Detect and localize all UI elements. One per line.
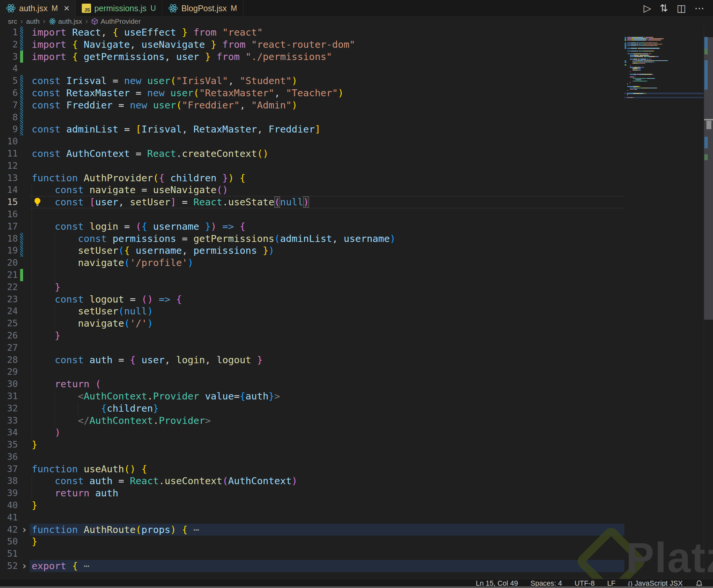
code-line-17[interactable]: 17 const login = ({ username }) => { bbox=[0, 220, 713, 233]
code-line-26[interactable]: 26 } bbox=[0, 330, 713, 342]
line-number[interactable]: 35 bbox=[0, 439, 18, 451]
code-line-3[interactable]: 3import { getPermissions, user } from ".… bbox=[0, 51, 713, 63]
code-line-10[interactable]: 10 bbox=[0, 135, 713, 148]
code-line-19[interactable]: 19 setUser({ username, permissions }) bbox=[0, 245, 713, 257]
code-line-6[interactable]: 6const RetaxMaster = new user("RetaxMast… bbox=[0, 87, 713, 99]
line-number[interactable]: 29 bbox=[0, 366, 18, 378]
line-number[interactable]: 38 bbox=[0, 475, 18, 487]
line-number[interactable]: 50 bbox=[0, 536, 18, 548]
line-number[interactable]: 27 bbox=[0, 342, 18, 354]
line-number[interactable]: 7 bbox=[0, 99, 18, 111]
line-number[interactable]: 28 bbox=[0, 354, 18, 366]
line-number[interactable]: 5 bbox=[0, 75, 18, 87]
code-line-18[interactable]: 18 const permissions = getPermissions(ad… bbox=[0, 233, 713, 245]
run-icon[interactable]: ▷ bbox=[644, 3, 651, 13]
line-number[interactable]: 37 bbox=[0, 463, 18, 475]
line-number[interactable]: 39 bbox=[0, 487, 18, 499]
code-line-32[interactable]: 32 {children} bbox=[0, 402, 713, 415]
breadcrumb-item-src[interactable]: src bbox=[8, 18, 17, 25]
line-number[interactable]: 36 bbox=[0, 451, 18, 463]
line-number[interactable]: 13 bbox=[0, 172, 18, 184]
line-number[interactable]: 26 bbox=[0, 330, 18, 342]
minimap[interactable] bbox=[624, 26, 704, 579]
line-number[interactable]: 3 bbox=[0, 51, 18, 63]
line-number[interactable]: 51 bbox=[0, 548, 18, 560]
code-line-13[interactable]: 13function AuthProvider({ children }) { bbox=[0, 172, 713, 184]
line-number[interactable]: 32 bbox=[0, 402, 18, 415]
code-line-12[interactable]: 12 bbox=[0, 160, 713, 172]
line-number[interactable]: 21 bbox=[0, 269, 18, 281]
line-number[interactable]: 23 bbox=[0, 293, 18, 306]
code-line-38[interactable]: 38 const auth = React.useContext(AuthCon… bbox=[0, 475, 713, 487]
line-number[interactable]: 34 bbox=[0, 426, 18, 439]
code-line-52[interactable]: 52›export { ⋯ bbox=[0, 560, 713, 572]
line-number[interactable]: 4 bbox=[0, 63, 18, 75]
code-line-41[interactable]: 41 bbox=[0, 511, 713, 524]
code-line-35[interactable]: 35} bbox=[0, 439, 713, 451]
line-number[interactable]: 52 bbox=[0, 560, 18, 572]
fold-chevron-icon[interactable]: › bbox=[22, 524, 31, 536]
line-number[interactable]: 8 bbox=[0, 111, 18, 124]
line-number[interactable]: 24 bbox=[0, 305, 18, 317]
code-line-24[interactable]: 24 setUser(null) bbox=[0, 305, 713, 317]
code-line-51[interactable]: 51 bbox=[0, 548, 713, 560]
line-number[interactable]: 17 bbox=[0, 220, 18, 233]
line-number[interactable]: 16 bbox=[0, 208, 18, 220]
code-line-21[interactable]: 21 bbox=[0, 269, 713, 281]
breadcrumb-item-auth.jsx[interactable]: auth.jsx bbox=[49, 18, 82, 25]
code-line-42[interactable]: 42›function AuthRoute(props) { ⋯ bbox=[0, 524, 713, 536]
tab-BlogPost.jsx[interactable]: BlogPost.jsxM bbox=[162, 0, 243, 17]
code-line-39[interactable]: 39 return auth bbox=[0, 487, 713, 499]
line-number[interactable]: 9 bbox=[0, 123, 18, 135]
code-line-23[interactable]: 23 const logout = () => { bbox=[0, 293, 713, 306]
code-line-40[interactable]: 40} bbox=[0, 499, 713, 511]
more-actions-icon[interactable]: ⋯ bbox=[695, 3, 705, 13]
code-line-28[interactable]: 28 const auth = { user, login, logout } bbox=[0, 354, 713, 366]
code-line-22[interactable]: 22 } bbox=[0, 281, 713, 293]
line-number[interactable]: 1 bbox=[0, 26, 18, 39]
code-line-4[interactable]: 4 bbox=[0, 63, 713, 75]
code-line-5[interactable]: 5const Irisval = new user("IrisVal", "St… bbox=[0, 75, 713, 87]
split-editor-icon[interactable]: ◫ bbox=[677, 3, 686, 13]
line-number[interactable]: 14 bbox=[0, 184, 18, 196]
line-number[interactable]: 40 bbox=[0, 499, 18, 511]
line-number[interactable]: 6 bbox=[0, 87, 18, 99]
line-number[interactable]: 41 bbox=[0, 511, 18, 524]
code-line-36[interactable]: 36 bbox=[0, 451, 713, 463]
line-number[interactable]: 19 bbox=[0, 245, 18, 257]
line-number[interactable]: 15 bbox=[0, 196, 18, 208]
line-number[interactable]: 30 bbox=[0, 378, 18, 390]
code-line-20[interactable]: 20 navigate('/profile') bbox=[0, 257, 713, 269]
line-number[interactable]: 42 bbox=[0, 524, 18, 536]
code-line-16[interactable]: 16 bbox=[0, 208, 713, 220]
line-number[interactable]: 12 bbox=[0, 160, 18, 172]
code-line-29[interactable]: 29 bbox=[0, 366, 713, 378]
fold-chevron-icon[interactable]: › bbox=[22, 560, 31, 572]
code-line-11[interactable]: 11const AuthContext = React.createContex… bbox=[0, 148, 713, 160]
code-line-27[interactable]: 27 bbox=[0, 342, 713, 354]
line-number[interactable]: 25 bbox=[0, 317, 18, 330]
line-number[interactable]: 31 bbox=[0, 390, 18, 402]
code-line-50[interactable]: 50} bbox=[0, 536, 713, 548]
code-line-9[interactable]: 9const adminList = [Irisval, RetaxMaster… bbox=[0, 123, 713, 135]
code-editor[interactable]: 1import React, { useEffect } from "react… bbox=[0, 26, 713, 579]
code-line-1[interactable]: 1import React, { useEffect } from "react… bbox=[0, 26, 713, 39]
breadcrumb-item-auth[interactable]: auth bbox=[26, 18, 40, 25]
tab-auth.jsx[interactable]: auth.jsxM× bbox=[0, 0, 76, 17]
line-number[interactable]: 2 bbox=[0, 39, 18, 51]
code-line-15[interactable]: 15 const [user, setUser] = React.useStat… bbox=[0, 196, 713, 208]
code-line-31[interactable]: 31 <AuthContext.Provider value={auth}> bbox=[0, 390, 713, 402]
line-number[interactable]: 11 bbox=[0, 148, 18, 160]
code-line-8[interactable]: 8 bbox=[0, 111, 713, 124]
code-line-2[interactable]: 2import { Navigate, useNavigate } from "… bbox=[0, 39, 713, 51]
code-line-30[interactable]: 30 return ( bbox=[0, 378, 713, 390]
code-line-37[interactable]: 37function useAuth() { bbox=[0, 463, 713, 475]
line-number[interactable]: 20 bbox=[0, 257, 18, 269]
tab-permissions.js[interactable]: JSpermissions.jsU bbox=[76, 0, 162, 17]
line-number[interactable]: 33 bbox=[0, 415, 18, 427]
breadcrumb-item-AuthProvider[interactable]: AuthProvider bbox=[91, 18, 141, 25]
vertical-scrollbar[interactable] bbox=[704, 26, 713, 579]
open-changes-icon[interactable]: ⇅ bbox=[660, 3, 668, 13]
code-line-7[interactable]: 7const Freddier = new user("Freddier", "… bbox=[0, 99, 713, 111]
close-icon[interactable]: × bbox=[64, 3, 69, 13]
